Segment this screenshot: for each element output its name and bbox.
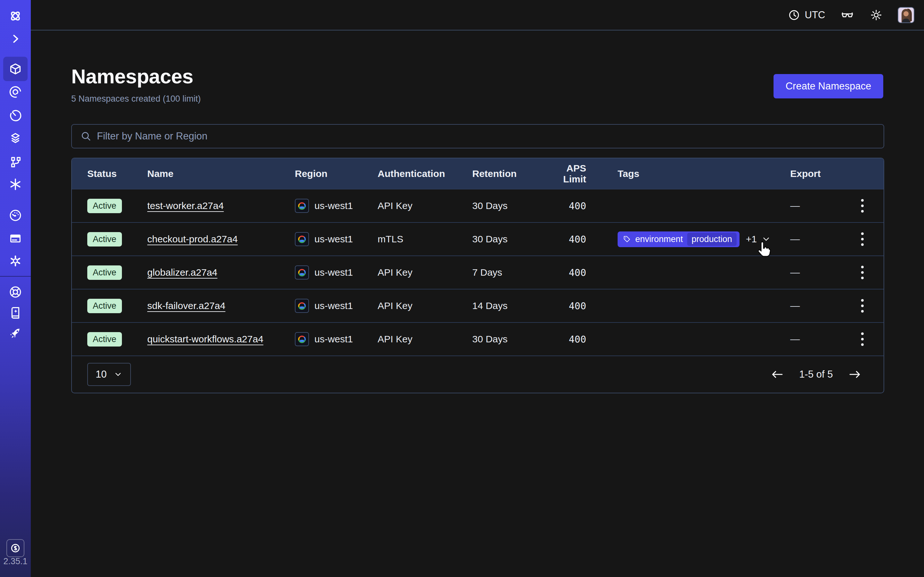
arrow-right-icon xyxy=(848,367,862,382)
table-row: Active sdk-failover.a27a4 us-west1 API K… xyxy=(72,289,884,322)
col-header-aps-limit: APS Limit xyxy=(546,163,597,185)
region-label: us-west1 xyxy=(314,334,353,345)
pagination-bar: 10 1-5 of 5 xyxy=(72,356,884,393)
auth-value: API Key xyxy=(378,334,472,345)
sidebar-item-billing[interactable] xyxy=(3,226,27,251)
avatar[interactable] xyxy=(898,7,914,23)
retention-value: 30 Days xyxy=(472,234,546,245)
table-header-row: Status Name Region Authentication Retent… xyxy=(72,158,884,189)
region-label: us-west1 xyxy=(314,234,353,245)
tag-pill[interactable]: environment production xyxy=(618,231,740,247)
gcp-icon xyxy=(295,299,309,313)
export-value: — xyxy=(783,334,841,345)
arrow-left-icon xyxy=(771,367,784,382)
sun-icon xyxy=(869,8,883,22)
tag-value: production xyxy=(687,233,737,246)
table-row: Active quickstart-workflows.a27a4 us-wes… xyxy=(72,322,884,356)
sidebar-divider xyxy=(0,276,31,277)
gear-icon xyxy=(8,253,23,268)
export-value: — xyxy=(783,200,841,211)
namespace-link[interactable]: globalizer.a27a4 xyxy=(147,267,218,277)
theme-toggle-button[interactable] xyxy=(869,8,883,22)
tags-expand-button[interactable]: +1 xyxy=(746,234,771,245)
create-namespace-button[interactable]: Create Namespace xyxy=(774,74,883,98)
app-version: 2.35.1 xyxy=(0,556,31,566)
auth-value: API Key xyxy=(378,267,472,278)
retention-value: 30 Days xyxy=(472,200,546,211)
timezone-label: UTC xyxy=(804,9,825,21)
book-sparkle-icon xyxy=(8,305,23,320)
row-menu-button[interactable] xyxy=(841,332,884,346)
filter-input[interactable] xyxy=(97,131,875,142)
previous-page-button[interactable] xyxy=(771,367,784,382)
page-size-value: 10 xyxy=(95,369,107,380)
status-badge: Active xyxy=(87,299,122,313)
sidebar: 2.35.1 xyxy=(0,0,31,577)
sidebar-item-nexus[interactable] xyxy=(3,172,27,197)
col-header-retention: Retention xyxy=(472,168,546,179)
next-page-button[interactable] xyxy=(848,367,862,382)
sidebar-item-schedules[interactable] xyxy=(3,103,27,127)
gcp-icon xyxy=(295,266,309,279)
retention-value: 14 Days xyxy=(472,300,546,311)
table-row: Active globalizer.a27a4 us-west1 API Key… xyxy=(72,255,884,289)
temporal-logo[interactable] xyxy=(3,4,27,28)
aps-limit-value: 400 xyxy=(546,234,597,245)
col-header-authentication: Authentication xyxy=(378,168,472,179)
auth-value: API Key xyxy=(378,300,472,311)
search-icon xyxy=(80,131,92,142)
export-value: — xyxy=(783,234,841,245)
gauge-icon xyxy=(8,208,23,223)
row-menu-button[interactable] xyxy=(841,299,884,313)
table-row: Active checkout-prod.a27a4 us-west1 mTLS… xyxy=(72,222,884,255)
sidebar-item-deployments[interactable] xyxy=(3,126,27,151)
col-header-export: Export xyxy=(783,168,841,179)
status-badge: Active xyxy=(87,232,122,247)
retention-value: 30 Days xyxy=(472,334,546,345)
col-header-tags: Tags xyxy=(597,168,783,179)
gcp-icon xyxy=(295,232,309,246)
chevron-down-icon xyxy=(113,370,123,379)
col-header-status: Status xyxy=(72,168,147,179)
gcp-icon xyxy=(295,199,309,213)
col-header-region: Region xyxy=(295,168,378,179)
plan-badge-icon[interactable] xyxy=(6,539,24,557)
aps-limit-value: 400 xyxy=(546,300,597,311)
status-badge: Active xyxy=(87,266,122,280)
region-label: us-west1 xyxy=(314,267,353,278)
export-value: — xyxy=(783,300,841,311)
namespace-link[interactable]: checkout-prod.a27a4 xyxy=(147,234,238,244)
page-subtitle: 5 Namespaces created (100 limit) xyxy=(71,94,201,104)
billing-card-icon xyxy=(8,231,23,246)
namespace-link[interactable]: sdk-failover.a27a4 xyxy=(147,300,226,311)
status-badge: Active xyxy=(87,199,122,213)
export-value: — xyxy=(783,267,841,278)
auth-value: API Key xyxy=(378,200,472,211)
sidebar-item-workflows[interactable] xyxy=(3,80,27,104)
glasses-icon xyxy=(840,8,855,23)
region-label: us-west1 xyxy=(314,300,353,311)
row-menu-button[interactable] xyxy=(841,199,884,213)
page-title: Namespaces xyxy=(71,65,193,88)
sidebar-expand-chevron-icon[interactable] xyxy=(3,27,27,51)
sidebar-item-batch-operations[interactable] xyxy=(3,149,27,173)
sidebar-item-getting-started[interactable] xyxy=(3,321,27,346)
cube-icon xyxy=(8,61,23,76)
aps-limit-value: 400 xyxy=(546,267,597,278)
sidebar-item-namespaces[interactable] xyxy=(3,57,27,81)
tag-key: environment xyxy=(635,234,683,244)
timezone-selector[interactable]: UTC xyxy=(788,9,825,21)
filter-bar xyxy=(71,124,884,148)
namespace-link[interactable]: quickstart-workflows.a27a4 xyxy=(147,334,263,344)
clock-icon xyxy=(788,9,800,21)
page-size-select[interactable]: 10 xyxy=(87,363,131,386)
sidebar-item-usage[interactable] xyxy=(3,203,27,227)
chevron-down-icon xyxy=(761,234,771,244)
namespace-link[interactable]: test-worker.a27a4 xyxy=(147,200,224,211)
branch-icon xyxy=(8,154,23,169)
reader-mode-button[interactable] xyxy=(840,8,855,23)
row-menu-button[interactable] xyxy=(841,266,884,279)
row-menu-button[interactable] xyxy=(841,232,884,246)
tags-more-count: +1 xyxy=(746,234,757,245)
sidebar-item-settings[interactable] xyxy=(3,249,27,273)
